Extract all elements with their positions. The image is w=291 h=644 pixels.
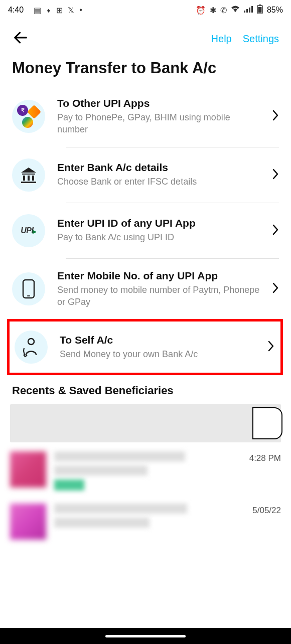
- status-bar: 4:40 ▤ ⬧ ⊞ 𝕏 • ⏰ ✱ ✆ 85%: [0, 0, 291, 20]
- option-content: Enter UPI ID of any UPI App Pay to Bank …: [57, 217, 260, 243]
- mobile-icon: [12, 272, 45, 305]
- option-content: Enter Mobile No. of any UPI App Send mon…: [57, 270, 260, 308]
- option-mobile-number[interactable]: Enter Mobile No. of any UPI App Send mon…: [12, 259, 291, 319]
- bluetooth-icon: ✱: [210, 6, 216, 15]
- option-subtitle: Send money to mobile number of Paytm, Ph…: [57, 284, 260, 308]
- recent-time: 4:28 PM: [249, 453, 281, 463]
- chevron-right-icon: [267, 340, 274, 354]
- option-title: Enter Bank A/c details: [57, 162, 260, 174]
- option-title: To Self A/c: [60, 334, 255, 346]
- option-subtitle: Choose Bank or enter IFSC details: [57, 176, 260, 188]
- call-icon: ✆: [220, 6, 227, 15]
- chevron-right-icon: [272, 109, 279, 123]
- highlight-box: To Self A/c Send Money to your own Bank …: [7, 319, 283, 375]
- option-content: Enter Bank A/c details Choose Bank or en…: [57, 162, 260, 188]
- upi-logo-icon: UPI: [12, 214, 45, 247]
- recent-time: 5/05/22: [252, 506, 281, 516]
- option-title: Enter Mobile No. of any UPI App: [57, 270, 260, 282]
- navigation-bar: [0, 628, 291, 644]
- bank-icon: [12, 158, 45, 192]
- option-other-upi-apps[interactable]: ₹ To Other UPI Apps Pay to PhonePe, GPay…: [12, 86, 291, 147]
- signal-icon: [244, 6, 253, 15]
- status-right: ⏰ ✱ ✆ 85%: [196, 5, 283, 16]
- message-icon: ▤: [34, 6, 41, 15]
- recent-content-blurred: [54, 504, 244, 528]
- help-link[interactable]: Help: [211, 33, 232, 45]
- svg-rect-0: [244, 11, 245, 13]
- back-arrow-icon: [12, 29, 29, 46]
- header: Help Settings: [0, 20, 291, 52]
- battery-percent: 85%: [267, 6, 283, 15]
- grid-icon: ⊞: [56, 6, 63, 15]
- option-title: To Other UPI Apps: [57, 97, 260, 109]
- wifi-icon: [231, 6, 240, 15]
- chevron-right-icon: [272, 282, 279, 296]
- status-time: 4:40: [8, 6, 24, 15]
- svg-rect-8: [27, 295, 30, 296]
- self-transfer-icon: [15, 331, 48, 364]
- header-actions: Help Settings: [211, 33, 279, 45]
- option-bank-details[interactable]: Enter Bank A/c details Choose Bank or en…: [12, 147, 291, 203]
- alarm-icon: ⏰: [196, 6, 206, 15]
- back-button[interactable]: [12, 29, 29, 48]
- avatar: [10, 451, 46, 488]
- location-icon: ⬧: [46, 6, 51, 15]
- option-subtitle: Pay to PhonePe, GPay, BHIM using mobile …: [57, 111, 260, 136]
- svg-rect-3: [251, 6, 253, 13]
- upi-apps-icon: ₹: [12, 100, 45, 133]
- option-subtitle: Send Money to your own Bank A/c: [60, 348, 255, 360]
- svg-rect-2: [249, 8, 250, 13]
- option-title: Enter UPI ID of any UPI App: [57, 217, 260, 229]
- option-content: To Other UPI Apps Pay to PhonePe, GPay, …: [57, 97, 260, 136]
- recents-list: 4:28 PM 5/05/22: [0, 404, 291, 549]
- option-self-account[interactable]: To Self A/c Send Money to your own Bank …: [15, 329, 277, 366]
- option-content: To Self A/c Send Money to your own Bank …: [60, 334, 255, 360]
- recent-item[interactable]: 4:28 PM: [10, 447, 281, 500]
- svg-rect-6: [258, 7, 261, 13]
- svg-rect-1: [246, 9, 248, 13]
- recent-content-blurred: [54, 451, 241, 491]
- section-title-recents: Recents & Saved Beneficiaries: [0, 375, 291, 404]
- chevron-right-icon: [272, 168, 279, 182]
- status-left: 4:40 ▤ ⬧ ⊞ 𝕏 •: [8, 6, 82, 15]
- avatar: [10, 504, 46, 540]
- twitter-icon: 𝕏: [68, 6, 74, 15]
- recent-item[interactable]: 5/05/22: [10, 500, 281, 549]
- battery-icon: [257, 5, 263, 16]
- dot-icon: •: [79, 6, 82, 15]
- settings-link[interactable]: Settings: [243, 33, 279, 45]
- chevron-right-icon: [272, 224, 279, 238]
- home-handle[interactable]: [105, 635, 186, 637]
- transfer-options-list: ₹ To Other UPI Apps Pay to PhonePe, GPay…: [0, 86, 291, 319]
- option-upi-id[interactable]: UPI Enter UPI ID of any UPI App Pay to B…: [12, 203, 291, 258]
- option-subtitle: Pay to Bank A/c using UPI ID: [57, 231, 260, 243]
- svg-point-9: [28, 339, 34, 345]
- search-or-card-blurred[interactable]: [10, 404, 281, 442]
- svg-rect-7: [23, 280, 34, 298]
- page-title: Money Transfer to Bank A/c: [0, 52, 291, 86]
